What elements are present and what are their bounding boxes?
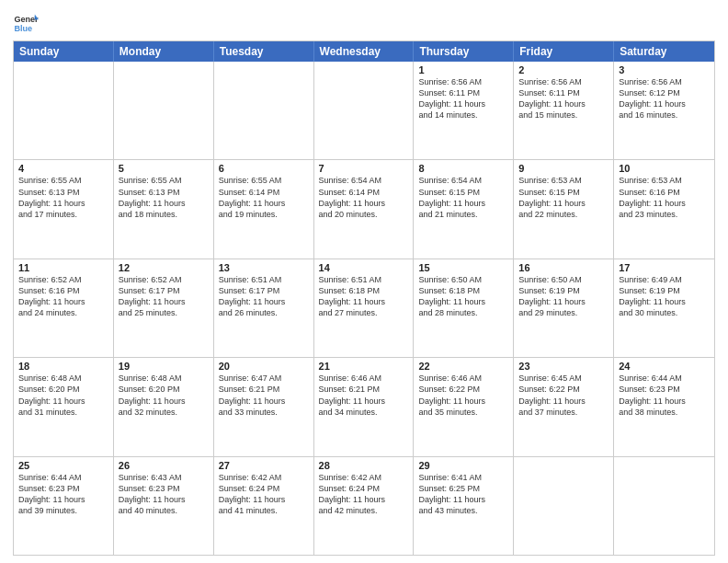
cell-info-text: Sunrise: 6:50 AM Sunset: 6:19 PM Dayligh… <box>518 274 609 319</box>
cell-info-text: Sunrise: 6:55 AM Sunset: 6:13 PM Dayligh… <box>18 175 108 220</box>
cell-date-number: 12 <box>119 262 209 273</box>
calendar-row-0: 1Sunrise: 6:56 AM Sunset: 6:11 PM Daylig… <box>14 62 714 159</box>
cell-date-number: 10 <box>619 163 710 174</box>
calendar-day-2: 2Sunrise: 6:56 AM Sunset: 6:11 PM Daylig… <box>514 62 614 159</box>
calendar-day-12: 12Sunrise: 6:52 AM Sunset: 6:17 PM Dayli… <box>114 259 214 357</box>
cell-info-text: Sunrise: 6:53 AM Sunset: 6:16 PM Dayligh… <box>619 175 710 220</box>
calendar-day-empty-0-0 <box>14 62 114 159</box>
cell-date-number: 11 <box>18 262 108 273</box>
calendar-day-1: 1Sunrise: 6:56 AM Sunset: 6:11 PM Daylig… <box>414 62 514 159</box>
calendar-row-3: 18Sunrise: 6:48 AM Sunset: 6:20 PM Dayli… <box>14 357 714 455</box>
calendar-day-empty-4-6 <box>614 457 714 555</box>
calendar-day-5: 5Sunrise: 6:55 AM Sunset: 6:13 PM Daylig… <box>114 160 214 258</box>
cell-date-number: 24 <box>619 361 710 372</box>
cell-date-number: 15 <box>418 262 508 273</box>
cell-info-text: Sunrise: 6:42 AM Sunset: 6:24 PM Dayligh… <box>319 472 409 517</box>
header-day-thursday: Thursday <box>414 41 514 62</box>
calendar-day-27: 27Sunrise: 6:42 AM Sunset: 6:24 PM Dayli… <box>214 457 314 555</box>
svg-text:Blue: Blue <box>14 24 32 33</box>
calendar-day-13: 13Sunrise: 6:51 AM Sunset: 6:17 PM Dayli… <box>214 259 314 357</box>
calendar-day-empty-0-1 <box>114 62 214 159</box>
calendar-day-21: 21Sunrise: 6:46 AM Sunset: 6:21 PM Dayli… <box>314 358 415 455</box>
calendar-day-11: 11Sunrise: 6:52 AM Sunset: 6:16 PM Dayli… <box>14 259 114 357</box>
header-day-friday: Friday <box>514 41 614 62</box>
calendar-day-empty-4-5 <box>514 457 614 555</box>
cell-date-number: 28 <box>319 460 409 471</box>
calendar-day-15: 15Sunrise: 6:50 AM Sunset: 6:18 PM Dayli… <box>414 259 514 357</box>
calendar-day-6: 6Sunrise: 6:55 AM Sunset: 6:14 PM Daylig… <box>214 160 314 258</box>
cell-info-text: Sunrise: 6:48 AM Sunset: 6:20 PM Dayligh… <box>119 373 209 418</box>
cell-info-text: Sunrise: 6:41 AM Sunset: 6:25 PM Dayligh… <box>418 472 508 517</box>
cell-date-number: 18 <box>18 361 108 372</box>
calendar-day-25: 25Sunrise: 6:44 AM Sunset: 6:23 PM Dayli… <box>14 457 114 555</box>
cell-date-number: 20 <box>219 361 309 372</box>
cell-date-number: 5 <box>119 163 209 174</box>
calendar-day-9: 9Sunrise: 6:53 AM Sunset: 6:15 PM Daylig… <box>514 160 614 258</box>
calendar-day-24: 24Sunrise: 6:44 AM Sunset: 6:23 PM Dayli… <box>614 358 714 455</box>
cell-info-text: Sunrise: 6:44 AM Sunset: 6:23 PM Dayligh… <box>619 373 710 418</box>
cell-date-number: 3 <box>619 64 710 75</box>
cell-info-text: Sunrise: 6:52 AM Sunset: 6:16 PM Dayligh… <box>18 274 108 319</box>
calendar: SundayMondayTuesdayWednesdayThursdayFrid… <box>13 40 715 556</box>
cell-info-text: Sunrise: 6:56 AM Sunset: 6:12 PM Dayligh… <box>619 76 710 121</box>
cell-info-text: Sunrise: 6:46 AM Sunset: 6:21 PM Dayligh… <box>319 373 409 418</box>
cell-info-text: Sunrise: 6:51 AM Sunset: 6:18 PM Dayligh… <box>319 274 409 319</box>
calendar-day-20: 20Sunrise: 6:47 AM Sunset: 6:21 PM Dayli… <box>214 358 314 455</box>
cell-date-number: 9 <box>518 163 609 174</box>
cell-date-number: 13 <box>219 262 309 273</box>
cell-date-number: 22 <box>418 361 508 372</box>
calendar-day-14: 14Sunrise: 6:51 AM Sunset: 6:18 PM Dayli… <box>314 259 415 357</box>
calendar-day-26: 26Sunrise: 6:43 AM Sunset: 6:23 PM Dayli… <box>114 457 214 555</box>
calendar-row-4: 25Sunrise: 6:44 AM Sunset: 6:23 PM Dayli… <box>14 456 714 555</box>
cell-info-text: Sunrise: 6:51 AM Sunset: 6:17 PM Dayligh… <box>219 274 309 319</box>
cell-date-number: 8 <box>418 163 508 174</box>
calendar-day-4: 4Sunrise: 6:55 AM Sunset: 6:13 PM Daylig… <box>14 160 114 258</box>
header-day-monday: Monday <box>114 41 214 62</box>
cell-date-number: 19 <box>119 361 209 372</box>
calendar-day-empty-0-2 <box>214 62 314 159</box>
cell-date-number: 17 <box>619 262 710 273</box>
cell-info-text: Sunrise: 6:55 AM Sunset: 6:13 PM Dayligh… <box>119 175 209 220</box>
header-day-tuesday: Tuesday <box>214 41 314 62</box>
logo: General Blue <box>13 9 39 35</box>
cell-date-number: 27 <box>219 460 309 471</box>
cell-info-text: Sunrise: 6:45 AM Sunset: 6:22 PM Dayligh… <box>518 373 609 418</box>
calendar-day-19: 19Sunrise: 6:48 AM Sunset: 6:20 PM Dayli… <box>114 358 214 455</box>
calendar-body: 1Sunrise: 6:56 AM Sunset: 6:11 PM Daylig… <box>14 62 714 555</box>
calendar-day-10: 10Sunrise: 6:53 AM Sunset: 6:16 PM Dayli… <box>614 160 714 258</box>
cell-info-text: Sunrise: 6:46 AM Sunset: 6:22 PM Dayligh… <box>418 373 508 418</box>
cell-info-text: Sunrise: 6:53 AM Sunset: 6:15 PM Dayligh… <box>518 175 609 220</box>
calendar-day-17: 17Sunrise: 6:49 AM Sunset: 6:19 PM Dayli… <box>614 259 714 357</box>
cell-info-text: Sunrise: 6:50 AM Sunset: 6:18 PM Dayligh… <box>418 274 508 319</box>
cell-info-text: Sunrise: 6:43 AM Sunset: 6:23 PM Dayligh… <box>119 472 209 517</box>
cell-info-text: Sunrise: 6:47 AM Sunset: 6:21 PM Dayligh… <box>219 373 309 418</box>
calendar-header: SundayMondayTuesdayWednesdayThursdayFrid… <box>14 41 714 62</box>
header-day-saturday: Saturday <box>614 41 714 62</box>
cell-info-text: Sunrise: 6:54 AM Sunset: 6:14 PM Dayligh… <box>319 175 409 220</box>
cell-date-number: 16 <box>518 262 609 273</box>
calendar-day-22: 22Sunrise: 6:46 AM Sunset: 6:22 PM Dayli… <box>414 358 514 455</box>
cell-date-number: 25 <box>18 460 108 471</box>
cell-date-number: 6 <box>219 163 309 174</box>
cell-date-number: 23 <box>518 361 609 372</box>
cell-info-text: Sunrise: 6:56 AM Sunset: 6:11 PM Dayligh… <box>418 76 508 121</box>
calendar-row-1: 4Sunrise: 6:55 AM Sunset: 6:13 PM Daylig… <box>14 159 714 258</box>
calendar-day-29: 29Sunrise: 6:41 AM Sunset: 6:25 PM Dayli… <box>414 457 514 555</box>
header-day-wednesday: Wednesday <box>314 41 415 62</box>
cell-date-number: 26 <box>119 460 209 471</box>
cell-info-text: Sunrise: 6:54 AM Sunset: 6:15 PM Dayligh… <box>418 175 508 220</box>
cell-date-number: 29 <box>418 460 508 471</box>
cell-date-number: 7 <box>319 163 409 174</box>
cell-date-number: 14 <box>319 262 409 273</box>
cell-info-text: Sunrise: 6:56 AM Sunset: 6:11 PM Dayligh… <box>518 76 609 121</box>
cell-date-number: 4 <box>18 163 108 174</box>
calendar-day-18: 18Sunrise: 6:48 AM Sunset: 6:20 PM Dayli… <box>14 358 114 455</box>
calendar-row-2: 11Sunrise: 6:52 AM Sunset: 6:16 PM Dayli… <box>14 259 714 357</box>
calendar-day-8: 8Sunrise: 6:54 AM Sunset: 6:15 PM Daylig… <box>414 160 514 258</box>
calendar-day-23: 23Sunrise: 6:45 AM Sunset: 6:22 PM Dayli… <box>514 358 614 455</box>
calendar-day-16: 16Sunrise: 6:50 AM Sunset: 6:19 PM Dayli… <box>514 259 614 357</box>
header-day-sunday: Sunday <box>14 41 114 62</box>
calendar-day-7: 7Sunrise: 6:54 AM Sunset: 6:14 PM Daylig… <box>314 160 415 258</box>
cell-date-number: 21 <box>319 361 409 372</box>
calendar-day-3: 3Sunrise: 6:56 AM Sunset: 6:12 PM Daylig… <box>614 62 714 159</box>
